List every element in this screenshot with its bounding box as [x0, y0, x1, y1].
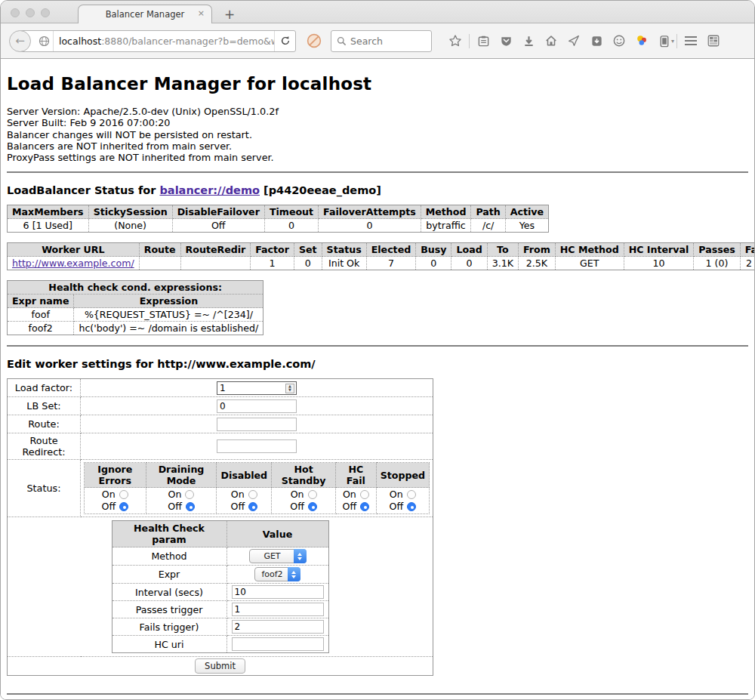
timeout-value: 0 — [264, 219, 318, 233]
close-window-button[interactable] — [11, 8, 20, 17]
col-to: To — [487, 243, 518, 257]
on-label: On — [343, 489, 356, 501]
draining-mode-on-radio[interactable] — [185, 490, 194, 499]
submit-row: Submit — [8, 657, 433, 676]
browser-window: Balancer Manager × + ← localhost:8880/ba… — [0, 0, 755, 700]
content-blocked-icon[interactable] — [307, 33, 322, 48]
route-label: Route: — [8, 415, 81, 433]
col-active: Active — [505, 205, 548, 219]
col-status: Status — [322, 243, 366, 257]
method-label: Method — [112, 547, 226, 566]
hc-uri-label: HC uri — [112, 636, 226, 653]
extension-download-icon[interactable] — [585, 29, 608, 52]
col-expr-name: Expr name — [8, 294, 74, 308]
interval-input[interactable] — [232, 585, 324, 599]
failoverattempts-value: 0 — [319, 219, 421, 233]
passes-input[interactable] — [232, 603, 324, 616]
zoom-window-button[interactable] — [41, 8, 50, 17]
send-page-icon[interactable] — [562, 29, 585, 52]
overflow-caret-icon[interactable]: ▾ — [671, 38, 674, 45]
lb-set-label: LB Set: — [8, 397, 81, 415]
method-row: Method GET — [112, 547, 328, 566]
balancer-link[interactable]: balancer://demo — [159, 184, 260, 196]
home-icon[interactable] — [540, 29, 562, 52]
reading-list-icon[interactable] — [472, 29, 495, 52]
search-input[interactable] — [350, 35, 418, 47]
navigation-toolbar: ← localhost:8880/balancer-manager?b=demo… — [1, 23, 754, 59]
hc-expressions-table: Health check cond. expressions: Expr nam… — [7, 280, 263, 335]
route-input[interactable] — [217, 418, 297, 431]
colorful-dots-extension-icon[interactable] — [630, 29, 653, 52]
table-header-row: MaxMembers StickySession DisableFailover… — [8, 205, 549, 219]
ignore-errors-on-radio[interactable] — [119, 490, 128, 499]
passes-row: Passes trigger — [112, 601, 328, 618]
tab-close-icon[interactable]: × — [198, 9, 205, 17]
address-bar[interactable]: localhost:8880/balancer-manager?b=demo&w… — [20, 30, 296, 52]
number-spinner-icon[interactable]: ▲▼ — [285, 384, 294, 393]
off-label: Off — [290, 501, 304, 513]
url-text[interactable]: localhost:8880/balancer-manager?b=demo&w… — [54, 35, 274, 47]
smiley-extension-icon[interactable] — [608, 29, 630, 52]
hot-standby-off-radio[interactable] — [308, 502, 317, 511]
divider — [7, 171, 748, 173]
new-tab-button[interactable]: + — [224, 7, 235, 22]
hc-fail-off-radio[interactable] — [360, 502, 369, 511]
load-factor-label: Load factor: — [8, 379, 81, 397]
expr-selected-value: foof2 — [261, 569, 282, 579]
draining-mode-off-radio[interactable] — [186, 502, 195, 511]
heading-suffix: [p4420eeae_demo] — [260, 184, 381, 196]
stopped-off-radio[interactable] — [407, 502, 416, 511]
passes-value: 1 (0) — [694, 257, 740, 270]
passes-label: Passes trigger — [112, 601, 226, 618]
hc-expressions-title: Health check cond. expressions: — [8, 281, 263, 294]
col-busy: Busy — [416, 243, 451, 257]
search-bar[interactable] — [331, 30, 432, 52]
method-select[interactable]: GET — [249, 549, 307, 563]
fails-input[interactable] — [232, 620, 324, 634]
pocket-icon[interactable] — [495, 29, 517, 52]
stopped-on-radio[interactable] — [407, 490, 416, 499]
off-label: Off — [230, 501, 245, 513]
menu-hamburger-icon[interactable] — [680, 29, 702, 52]
disabled-off-radio[interactable] — [248, 502, 257, 511]
site-identity-globe-icon[interactable] — [35, 31, 54, 51]
url-host: localhost — [59, 35, 101, 47]
route-redirect-input[interactable] — [217, 439, 297, 453]
disabled-on-radio[interactable] — [248, 490, 257, 499]
browser-tab[interactable]: Balancer Manager × — [78, 5, 212, 23]
ignore-errors-off-radio[interactable] — [119, 502, 128, 511]
back-button[interactable]: ← — [9, 30, 31, 52]
col-stopped: Stopped — [376, 463, 429, 488]
health-check-row: Health Check param Value Method GET — [8, 517, 433, 657]
table-header-row: Worker URL Route RouteRedir Factor Set S… — [8, 243, 755, 257]
on-label: On — [390, 489, 403, 501]
hc-uri-input[interactable] — [232, 637, 324, 651]
stopped-cell: On Off — [376, 488, 429, 514]
expr-label: Expr — [112, 566, 226, 584]
back-arrow-icon: ← — [15, 34, 25, 48]
hot-standby-on-radio[interactable] — [308, 490, 317, 499]
submit-button[interactable]: Submit — [195, 658, 245, 674]
health-check-table: Health Check param Value Method GET — [112, 520, 329, 653]
method-selected-value: GET — [263, 551, 280, 561]
heading-text: LoadBalancer Status for — [7, 184, 159, 196]
lb-set-input[interactable] — [217, 399, 297, 413]
col-hc-value: Value — [226, 521, 328, 547]
hc-method-value: GET — [555, 257, 624, 270]
downloads-icon[interactable] — [517, 29, 540, 52]
col-hc-interval: HC Interval — [624, 243, 694, 257]
minimize-window-button[interactable] — [26, 8, 35, 17]
table-row: 6 [1 Used] (None) Off 0 0 bytraffic /c/ … — [8, 219, 549, 233]
bookmark-star-icon[interactable] — [444, 29, 467, 52]
edit-worker-heading: Edit worker settings for http://www.exam… — [7, 358, 748, 370]
expression: hc('body') =~ /domain is established/ — [74, 322, 263, 335]
hc-uri-row: HC uri — [112, 636, 328, 653]
disablefailover-value: Off — [172, 219, 264, 233]
hc-fail-on-radio[interactable] — [360, 490, 369, 499]
page-title: Load Balancer Manager for localhost — [7, 59, 748, 106]
expr-select[interactable]: foof2 — [254, 567, 300, 581]
reload-button[interactable] — [274, 31, 295, 51]
col-fails: Fails — [740, 243, 754, 257]
worker-url-link[interactable]: http://www.example.com/ — [12, 257, 134, 269]
tab-groups-icon[interactable] — [702, 29, 725, 52]
